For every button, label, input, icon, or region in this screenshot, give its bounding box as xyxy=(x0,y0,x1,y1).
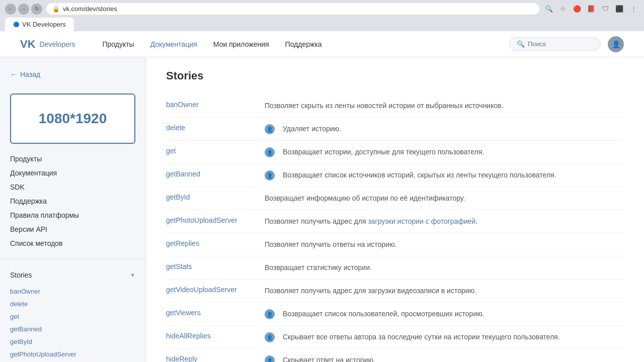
api-method-getvideouploadserver[interactable]: getVideoUploadServer xyxy=(166,286,257,294)
sidebar-section-stories: Stories ▼ banOwner delete get getBanned … xyxy=(0,267,145,362)
nav-links: Продукты Документация Мои приложения Под… xyxy=(95,37,509,51)
api-method-getbanned[interactable]: getBanned xyxy=(166,170,257,178)
sidebar-item-getbanned[interactable]: getBanned xyxy=(10,323,135,335)
content-area: ← Назад 1080*1920 Продукты Документация … xyxy=(0,57,644,362)
api-method-hidereply[interactable]: hideReply xyxy=(166,355,257,362)
sidebar-section-header[interactable]: Stories ▼ xyxy=(10,267,135,283)
vk-logo: VK Developers xyxy=(20,38,75,51)
api-desc-getvideouploadserver: Позволяет получить адрес для загрузки ви… xyxy=(265,286,476,296)
api-desc-getphotouploadserver: Позволяет получить адрес для загрузки ис… xyxy=(265,216,477,227)
api-row-delete: delete 👤 Удаляет историю. xyxy=(166,118,624,141)
nav-link-support[interactable]: Поддержка xyxy=(278,37,329,51)
api-method-get[interactable]: get xyxy=(166,147,257,155)
api-row-hideallreplies: hideAllReplies 👤 Скрывает все ответы авт… xyxy=(166,326,624,349)
api-method-hideallreplies[interactable]: hideAllReplies xyxy=(166,332,257,340)
api-desc-hideallreplies: Скрывает все ответы автора за последние … xyxy=(283,332,560,342)
api-row-getphotouploadserver: getPhotoUploadServer Позволяет получить … xyxy=(166,210,624,233)
ext4-btn[interactable]: ⬛ xyxy=(614,4,625,15)
api-method-getviewers[interactable]: getViewers xyxy=(166,309,257,317)
browser-tabs: 🔵 VK Developers xyxy=(5,18,639,31)
left-sidebar: ← Назад 1080*1920 Продукты Документация … xyxy=(0,57,146,362)
api-desc-getviewers: Возвращает список пользователей, просмот… xyxy=(283,309,485,319)
sidebar-main-links: Продукты Документация SDK Поддержка Прав… xyxy=(0,152,145,259)
api-method-getphotouploadserver[interactable]: getPhotoUploadServer xyxy=(166,216,257,224)
browser-chrome: ← → ↻ 🔒 vk.com/dev/stories 🔍 ☆ 🔴 📕 🛡 ⬛ ⋮… xyxy=(0,0,644,31)
api-method-getstats[interactable]: getStats xyxy=(166,262,257,270)
api-desc-banowner: Позволяет скрыть из ленты новостей истор… xyxy=(265,101,504,111)
api-row-getstats: getStats Возвращает статистику истории. xyxy=(166,256,624,280)
preview-box: 1080*1920 xyxy=(10,94,135,144)
address-bar[interactable]: 🔒 vk.com/dev/stories xyxy=(46,3,539,15)
sidebar-link-methods[interactable]: Список методов xyxy=(10,236,135,250)
back-arrow-icon: ← xyxy=(10,70,17,78)
api-method-banowner[interactable]: banOwner xyxy=(166,101,257,109)
sidebar-section-title: Stories xyxy=(10,271,32,279)
main-content: Stories banOwner Позволяет скрыть из лен… xyxy=(146,57,644,362)
api-row-banowner: banOwner Позволяет скрыть из ленты новос… xyxy=(166,95,624,118)
ext2-btn[interactable]: 📕 xyxy=(586,4,597,15)
sidebar-link-versions[interactable]: Версии API xyxy=(10,222,135,236)
tab-favicon: 🔵 xyxy=(13,22,19,27)
menu-btn[interactable]: ⋮ xyxy=(628,4,639,15)
sidebar-link-products[interactable]: Продукты xyxy=(10,152,135,166)
api-row-getbyid: getById Возвращает информацию об истории… xyxy=(166,187,624,210)
sidebar-item-get[interactable]: get xyxy=(10,310,135,323)
api-row-getviewers: getViewers 👤 Возвращает список пользоват… xyxy=(166,303,624,326)
nav-avatar[interactable]: 👤 xyxy=(608,36,624,52)
sidebar-link-support[interactable]: Поддержка xyxy=(10,194,135,208)
api-desc-get: Возвращает истории, доступные для текуще… xyxy=(283,147,484,157)
api-desc-getstats: Возвращает статистику истории. xyxy=(265,262,372,273)
sidebar-item-banowner[interactable]: banOwner xyxy=(10,285,135,298)
back-button[interactable]: ← Назад xyxy=(0,67,145,85)
photo-upload-link[interactable]: загрузки истории с фотографией xyxy=(368,217,475,225)
user-icon-get: 👤 xyxy=(265,147,275,157)
api-desc-getreplies: Позволяет получить ответы на историю. xyxy=(265,239,396,250)
page-title: Stories xyxy=(166,69,624,82)
ext1-btn[interactable]: 🔴 xyxy=(572,4,583,15)
api-method-delete[interactable]: delete xyxy=(166,124,257,132)
sidebar-items: banOwner delete get getBanned getById ge… xyxy=(10,285,135,362)
ext3-btn[interactable]: 🛡 xyxy=(600,4,611,15)
nav-link-products[interactable]: Продукты xyxy=(95,37,141,51)
browser-action-buttons: 🔍 ☆ 🔴 📕 🛡 ⬛ ⋮ xyxy=(543,4,639,15)
user-icon-hideallreplies: 👤 xyxy=(265,332,275,342)
user-icon-getbanned: 👤 xyxy=(265,170,275,180)
address-text: vk.com/dev/stories xyxy=(63,5,117,13)
reload-browser-btn[interactable]: ↻ xyxy=(31,4,42,15)
sidebar-link-sdk[interactable]: SDK xyxy=(10,180,135,194)
api-row-getreplies: getReplies Позволяет получить ответы на … xyxy=(166,233,624,256)
nav-search-icon: 🔍 xyxy=(517,40,525,48)
user-icon-delete: 👤 xyxy=(265,124,275,134)
secure-icon: 🔒 xyxy=(52,6,60,13)
user-icon-getviewers: 👤 xyxy=(265,309,275,319)
sidebar-item-delete[interactable]: delete xyxy=(10,298,135,310)
sidebar-link-docs[interactable]: Документация xyxy=(10,166,135,180)
forward-browser-btn[interactable]: → xyxy=(18,4,29,15)
nav-link-apps[interactable]: Мои приложения xyxy=(206,37,276,51)
user-icon-hidereply: 👤 xyxy=(265,355,275,362)
chevron-down-icon: ▼ xyxy=(130,272,135,278)
top-nav: VK Developers Продукты Документация Мои … xyxy=(0,31,644,57)
api-row-getvideouploadserver: getVideoUploadServer Позволяет получить … xyxy=(166,280,624,303)
star-btn[interactable]: ☆ xyxy=(557,4,569,15)
browser-toolbar: ← → ↻ 🔒 vk.com/dev/stories 🔍 ☆ 🔴 📕 🛡 ⬛ ⋮ xyxy=(5,3,639,18)
sidebar-item-getbyid[interactable]: getById xyxy=(10,335,135,348)
api-desc-delete: Удаляет историю. xyxy=(283,124,341,134)
nav-link-docs[interactable]: Документация xyxy=(143,37,204,51)
api-row-hidereply: hideReply 👤 Скрывает ответ на историю. xyxy=(166,349,624,362)
sidebar-link-platform[interactable]: Правила платформы xyxy=(10,208,135,222)
back-browser-btn[interactable]: ← xyxy=(5,4,16,15)
preview-text: 1080*1920 xyxy=(39,111,107,127)
active-tab[interactable]: 🔵 VK Developers xyxy=(5,18,74,31)
nav-search[interactable]: 🔍 xyxy=(509,37,601,51)
vk-icon: VK xyxy=(20,38,36,51)
sidebar-item-getphotouploadserver[interactable]: getPhotoUploadServer xyxy=(10,348,135,360)
api-table: banOwner Позволяет скрыть из ленты новос… xyxy=(166,95,624,362)
api-method-getbyid[interactable]: getById xyxy=(166,193,257,201)
nav-search-input[interactable] xyxy=(528,40,593,48)
api-method-getreplies[interactable]: getReplies xyxy=(166,239,257,247)
zoom-btn[interactable]: 🔍 xyxy=(543,4,554,15)
page-wrapper: VK Developers Продукты Документация Мои … xyxy=(0,31,644,362)
vk-logo-text: Developers xyxy=(40,40,75,48)
api-desc-hidereply: Скрывает ответ на историю. xyxy=(283,355,375,362)
